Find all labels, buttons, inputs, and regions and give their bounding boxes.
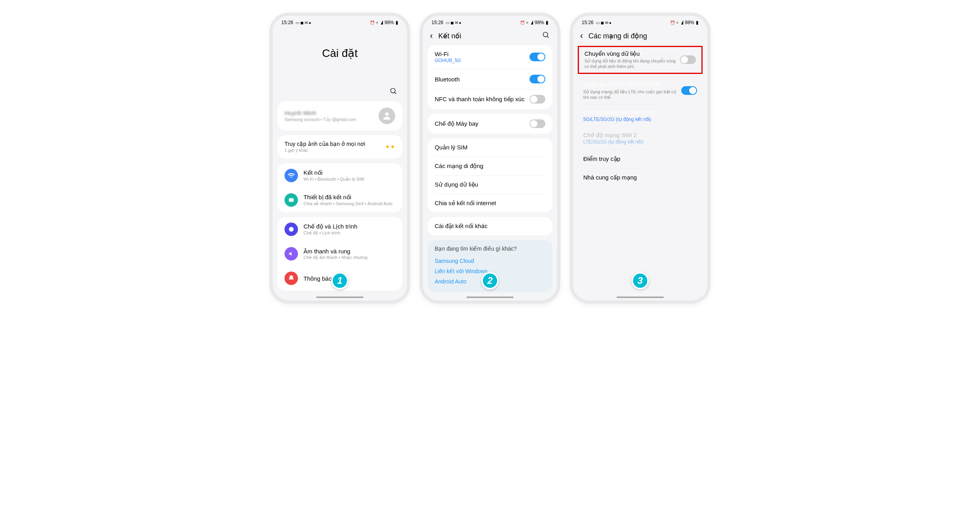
status-battery: 98% [535,20,544,25]
network-mode-2-row[interactable]: Chế độ mạng SIM 2 LTE/3G/2G (tự động kết… [579,127,701,149]
status-bar: 15:26 ▭ ◼ ✉ ● ⏰ ᯤ ◢ 98% ▮ [273,16,407,27]
highlighted-roaming: Chuyển vùng dữ liệu Sử dụng dữ liệu di đ… [578,46,703,74]
status-left-icons: ▭ ◼ ✉ ● [296,21,311,25]
settings-row-modes[interactable]: Chế độ và Lịch trình Chế độ • Lịch trình [277,217,402,242]
volte-row[interactable]: Cuộc gọi VoLTE MY VIETTEL Sử dụng mạng d… [579,77,701,104]
settings-row-connections[interactable]: Kết nối Wi-Fi • Bluetooth • Quản lý SIM [277,163,402,188]
settings-row-sound[interactable]: Âm thanh và rung Chế độ âm thanh • Nhạc … [277,242,402,266]
svg-point-5 [543,32,548,37]
suggestion-card[interactable]: Truy cập ảnh của bạn ở mọi nơi 1 gợi ý k… [277,135,402,159]
account-name: Huynh Minh [285,110,374,116]
svg-rect-3 [289,198,294,202]
status-left-icons: ▭ ◼ ✉ ● [596,21,611,25]
status-time: 15:26 [582,20,594,25]
carrier-row[interactable]: Nhà cung cấp mạng [579,168,701,187]
phone-mockup-1: 15:26 ▭ ◼ ✉ ● ⏰ ᯤ ◢ 98% ▮ Cài đặt Huynh … [273,16,407,300]
status-bar: 15:26 ▭ ◼ ✉ ● ⏰ ᯤ ◢ 98% ▮ [573,16,707,27]
step-badge-2: 2 [481,272,499,289]
other-link-cloud[interactable]: Samsung Cloud [435,256,545,266]
roaming-row[interactable]: Chuyển vùng dữ liệu Sử dụng dữ liệu di đ… [584,50,696,70]
back-icon[interactable]: ‹ [580,31,583,41]
sound-icon [285,247,298,261]
svg-line-6 [547,36,549,38]
step-badge-1: 1 [331,272,349,289]
step-badge-3: 3 [631,272,649,289]
apn-row[interactable]: Điểm truy cập [579,150,701,168]
bluetooth-toggle[interactable] [530,75,545,83]
other-title: Bạn đang tìm kiếm điều gì khác? [435,245,545,252]
svg-point-2 [385,112,389,116]
volte-toggle[interactable] [681,86,697,95]
status-left-icons: ▭ ◼ ✉ ● [446,21,461,25]
nfc-row[interactable]: NFC và thanh toán không tiếp xúc [428,89,552,109]
airplane-row[interactable]: Chế độ Máy bay [428,114,552,134]
network-mode-1-row[interactable]: Chế độ mạng MY VIETTEL 5G/LTE/3G/2G (tự … [579,104,701,127]
home-indicator[interactable] [316,296,364,298]
hotspot-row[interactable]: Chia sẻ kết nối internet [428,194,552,212]
status-bar: 15:26 ▭ ◼ ✉ ● ⏰ ᯤ ◢ 98% ▮ [423,16,557,27]
page-title: Các mạng di động [588,32,700,40]
wifi-row[interactable]: Wi-Fi GOHUB_5G [428,45,552,69]
home-indicator[interactable] [466,296,514,298]
notification-icon [285,272,298,285]
phone-mockup-2: 15:26 ▭ ◼ ✉ ● ⏰ ᯤ ◢ 98% ▮ ‹ Kết nối Wi-F… [423,16,557,300]
battery-icon: ▮ [396,20,398,25]
svg-line-1 [395,93,396,94]
suggestion-title: Truy cập ảnh của bạn ở mọi nơi [285,141,365,147]
wifi-toggle[interactable] [530,53,545,61]
data-usage-row[interactable]: Sử dụng dữ liệu [428,176,552,194]
nfc-toggle[interactable] [530,95,545,104]
status-right-icons: ⏰ ᯤ ◢ [370,21,383,25]
mobile-networks-row[interactable]: Các mạng di động [428,157,552,175]
roaming-toggle[interactable] [680,55,696,64]
status-time: 15:26 [281,20,293,25]
page-title: Cài đặt [273,47,407,60]
status-battery: 98% [384,20,394,25]
search-icon[interactable] [542,31,550,41]
sparkle-icon: ✦✦ [385,143,395,151]
svg-point-4 [289,227,294,232]
search-icon[interactable] [390,87,398,97]
home-indicator[interactable] [616,296,664,298]
battery-icon: ▮ [546,20,548,25]
airplane-toggle[interactable] [530,119,545,128]
svg-point-0 [391,89,396,93]
battery-icon: ▮ [696,20,699,25]
avatar-icon [379,108,395,124]
more-settings-row[interactable]: Cài đặt kết nối khác [428,217,552,235]
status-right-icons: ⏰ ᯤ ◢ [520,21,533,25]
back-icon[interactable]: ‹ [430,31,433,41]
status-time: 15:26 [432,20,443,25]
modes-icon [285,223,298,236]
account-card[interactable]: Huynh Minh Samsung account • Tủy @gmail.… [277,101,402,130]
status-battery: 98% [685,20,694,25]
settings-row-devices[interactable]: Thiết bị đã kết nối Chia sẻ nhanh • Sams… [277,188,402,212]
status-right-icons: ⏰ ᯤ ◢ [670,21,683,25]
sim-row[interactable]: Quản lý SIM [428,138,552,157]
bluetooth-row[interactable]: Bluetooth [428,69,552,89]
phone-mockup-3: 15:26 ▭ ◼ ✉ ● ⏰ ᯤ ◢ 98% ▮ ‹ Các mạng di … [573,16,707,300]
devices-icon [285,193,298,207]
page-title: Kết nối [438,32,537,40]
wifi-icon [285,169,298,182]
suggestion-sub: 1 gợi ý khác [285,148,365,153]
